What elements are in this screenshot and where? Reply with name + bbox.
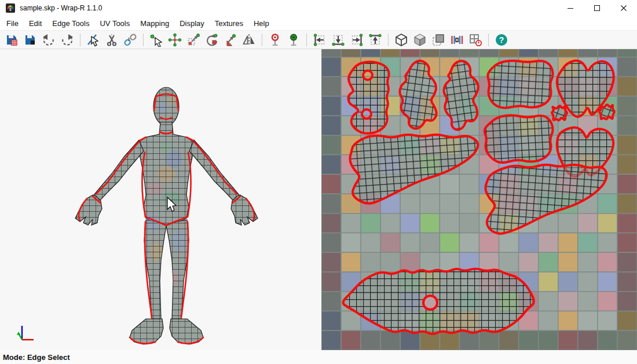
- checker-cell: [598, 233, 617, 253]
- align-top-button[interactable]: [367, 32, 384, 47]
- checker-cell: [598, 330, 617, 350]
- checker-cell: [519, 252, 539, 272]
- checker-cell: [519, 330, 539, 350]
- cut-button[interactable]: [103, 32, 120, 47]
- checker-cell: [459, 214, 479, 233]
- checker-cell: [321, 252, 341, 272]
- save-button[interactable]: [3, 32, 20, 47]
- menu-item-help[interactable]: Help: [248, 17, 274, 30]
- pin-red-button[interactable]: [266, 32, 284, 47]
- checker-cell: [380, 252, 400, 272]
- cube-wire-icon: [394, 33, 408, 47]
- checker-cell: [400, 49, 420, 57]
- checker-cell: [598, 311, 617, 331]
- save-as-button[interactable]: [21, 32, 39, 47]
- checker-cell: [321, 330, 341, 350]
- checker-cell: [617, 135, 637, 155]
- redo-button[interactable]: [58, 32, 76, 47]
- menu-item-edit[interactable]: Edit: [24, 17, 47, 30]
- checker-cell: [321, 135, 341, 155]
- checker-cell: [321, 194, 341, 214]
- scale-uv-button[interactable]: [185, 32, 202, 47]
- toolbar-separator: [80, 34, 80, 46]
- checker-cell: [598, 49, 617, 57]
- edge-select-button[interactable]: [85, 32, 102, 47]
- checker-cell: [617, 292, 637, 311]
- menu-item-mapping[interactable]: Mapping: [135, 17, 174, 30]
- close-button[interactable]: [610, 0, 637, 16]
- uv-island-shoulder-panel-b[interactable]: [485, 115, 553, 163]
- move-uv-button[interactable]: [166, 32, 184, 47]
- checker-cell: [539, 292, 558, 311]
- sew-uv-button[interactable]: [222, 32, 239, 47]
- align-left-button[interactable]: [311, 32, 328, 47]
- checker-cell: [558, 292, 578, 311]
- cube-solid-button[interactable]: [411, 32, 429, 47]
- checker-cell: [617, 155, 637, 175]
- uv-canvas: [321, 49, 637, 350]
- checker-cell: [539, 272, 558, 292]
- checker-cell: [598, 194, 617, 214]
- checker-cell: [617, 96, 637, 116]
- checker-cell: [321, 233, 341, 253]
- checker-cell: [578, 252, 598, 272]
- menu-item-display[interactable]: Display: [174, 17, 210, 30]
- edge-select-icon: [86, 33, 100, 47]
- axis-gizmo: [17, 326, 34, 340]
- distribute-button[interactable]: [448, 32, 466, 47]
- checker-cell: [578, 233, 598, 253]
- toolbar-separator: [488, 34, 489, 46]
- checker-cell: [321, 116, 341, 135]
- checker-cell: [617, 57, 637, 77]
- pin-green-button[interactable]: [285, 32, 302, 47]
- uv-island-shoulder-panel-a[interactable]: [488, 61, 552, 108]
- checker-cell: [617, 233, 637, 253]
- menu-item-textures[interactable]: Textures: [210, 17, 248, 30]
- checker-cell: [400, 214, 420, 233]
- close-icon: [620, 5, 627, 12]
- menu-bar: FileEditEdge ToolsUV ToolsMappingDisplay…: [0, 16, 637, 30]
- cube-wire-button[interactable]: [393, 32, 410, 47]
- uv-island-ear-b[interactable]: [599, 105, 614, 119]
- menu-item-uv-tools[interactable]: UV Tools: [94, 17, 135, 30]
- rotate-uv-button[interactable]: [203, 32, 221, 47]
- unweld-button[interactable]: [122, 32, 139, 47]
- checker-cell: [578, 272, 598, 292]
- checker-cell: [519, 49, 539, 57]
- menu-item-file[interactable]: File: [1, 17, 24, 30]
- help-icon: ?: [495, 33, 508, 47]
- viewport-3d[interactable]: [0, 49, 321, 350]
- uv-editor-panel[interactable]: [321, 49, 637, 350]
- toolbar: ?: [0, 30, 637, 49]
- grid-power-button[interactable]: [467, 32, 484, 47]
- checker-cell: [558, 311, 578, 331]
- checker-cell: [380, 214, 400, 233]
- checker-cell: [400, 233, 420, 253]
- checker-cell: [617, 116, 637, 135]
- uv-island-ear-a[interactable]: [552, 106, 567, 120]
- toolbar-separator: [388, 34, 389, 46]
- mirror-uv-button[interactable]: [240, 32, 258, 47]
- distribute-icon: [450, 33, 464, 47]
- checker-cell: [617, 330, 637, 350]
- checker-cell: [420, 214, 440, 233]
- checker-cell: [617, 174, 637, 194]
- menu-item-edge-tools[interactable]: Edge Tools: [47, 17, 94, 30]
- window-title: sample.skp - Wrap-R 1.1.0: [20, 4, 102, 12]
- minimize-button[interactable]: [557, 0, 584, 16]
- align-right-button[interactable]: [348, 32, 365, 47]
- texture-square-button[interactable]: [430, 32, 447, 47]
- move-uv-icon: [168, 33, 182, 47]
- align-bottom-button[interactable]: [330, 32, 347, 47]
- checker-cell: [558, 330, 578, 350]
- checker-cell: [499, 330, 519, 350]
- checker-cell: [321, 214, 341, 233]
- vertex-select-button[interactable]: [148, 32, 165, 47]
- checker-cell: [459, 174, 479, 194]
- checker-cell: [420, 233, 440, 253]
- checker-cell: [558, 214, 578, 233]
- undo-button[interactable]: [40, 32, 57, 47]
- checker-cell: [361, 252, 380, 272]
- help-button[interactable]: ?: [493, 32, 510, 47]
- maximize-button[interactable]: [584, 0, 610, 16]
